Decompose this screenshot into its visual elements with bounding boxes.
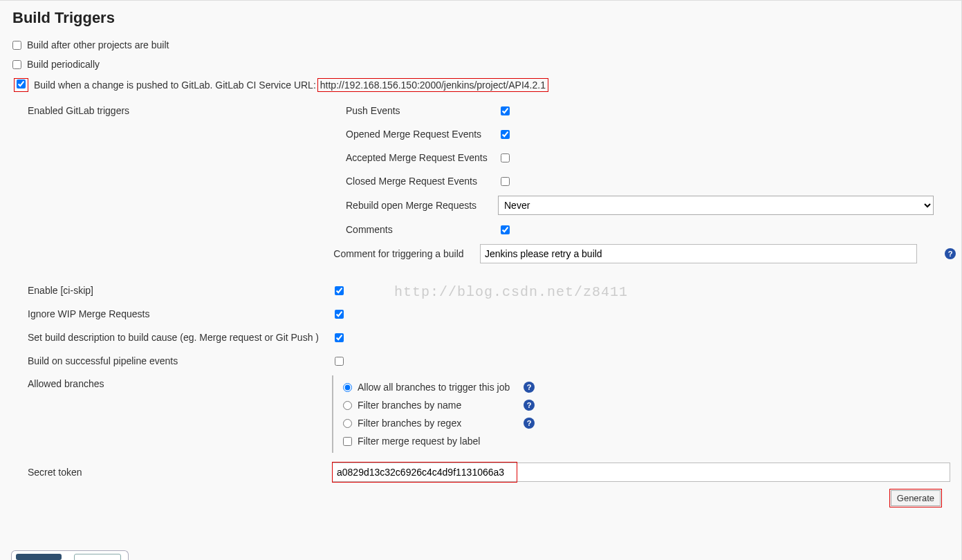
accepted-mr-row: Accepted Merge Request Events [28,146,956,169]
opened-mr-checkbox[interactable] [501,130,510,139]
trigger-build-after-others: Build after other projects are built [12,35,961,55]
ci-skip-label: Enable [ci-skip] [28,285,332,296]
secret-token-label: Secret token [28,467,332,478]
ci-skip-checkbox[interactable] [335,286,344,295]
comments-label: Comments [346,224,498,235]
rebuild-open-mr-select[interactable]: Never [498,196,934,215]
branch-by-name-radio[interactable] [343,401,352,410]
closed-mr-checkbox[interactable] [501,177,510,186]
closed-mr-row: Closed Merge Request Events [28,169,956,193]
jenkins-config-page: Build Triggers Build after other project… [0,0,962,560]
ci-skip-row: Enable [ci-skip] [28,279,956,302]
accepted-mr-checkbox[interactable] [501,153,510,162]
branch-by-label-checkbox[interactable] [343,437,352,446]
help-icon[interactable]: ? [524,418,535,429]
closed-mr-label: Closed Merge Request Events [346,176,498,187]
footer-buttons-hint [11,550,129,560]
set-desc-row: Set build description to build cause (eg… [28,326,956,349]
build-after-others-label: Build after other projects are built [27,39,169,50]
enabled-triggers-row: Enabled GitLab triggers Push Events [28,99,956,122]
branch-allow-all-radio[interactable] [343,383,352,392]
pipeline-events-row: Build on successful pipeline events [28,349,956,373]
branch-by-regex-row: Filter branches by regex ? [343,414,535,432]
help-icon[interactable]: ? [524,382,535,393]
branch-by-label-row: Filter merge request by label [343,432,535,450]
ignore-wip-row: Ignore WIP Merge Requests [28,302,956,326]
triggers-list: Build after other projects are built Bui… [0,35,961,514]
branch-by-name-label: Filter branches by name [358,400,517,411]
comment-trigger-input[interactable] [480,244,917,263]
rebuild-open-mr-label: Rebuild open Merge Requests [346,200,498,211]
branch-by-regex-label: Filter branches by regex [358,418,517,429]
opened-mr-label: Opened Merge Request Events [346,129,498,140]
push-events-label: Push Events [346,105,498,116]
gitlab-push-checkbox[interactable] [17,80,26,88]
set-desc-checkbox[interactable] [335,333,344,342]
branch-by-regex-radio[interactable] [343,419,352,428]
branch-allow-all-row: Allow all branches to trigger this job ? [343,378,535,396]
help-icon[interactable]: ? [524,400,535,411]
set-desc-label: Set build description to build cause (eg… [28,332,332,343]
comments-row: Comments [28,218,956,241]
secret-token-row: Secret token [28,463,950,482]
rebuild-open-mr-row: Rebuild open Merge Requests Never [28,193,956,218]
gitlab-push-checkbox-highlight [14,78,28,92]
comment-trigger-label: Comment for triggering a build [333,248,480,259]
allowed-branches-row: Allowed branches Allow all branches to t… [28,373,956,456]
comments-checkbox[interactable] [501,225,510,234]
branch-by-name-row: Filter branches by name ? [343,396,535,414]
pipeline-events-checkbox[interactable] [335,357,344,366]
gitlab-triggers-panel: Enabled GitLab triggers Push Events Open… [28,96,956,514]
enabled-triggers-label: Enabled GitLab triggers [28,105,346,116]
gitlab-ci-url: http://192.168.156.150:2000/jenkins/proj… [320,80,546,91]
gitlab-push-label: Build when a change is pushed to GitLab.… [34,80,316,91]
secret-token-input[interactable] [332,463,950,482]
trigger-build-periodically: Build periodically [12,55,961,74]
generate-row: Generate [28,485,956,512]
comment-trigger-row: Comment for triggering a build ? [28,241,956,266]
branch-by-label-label: Filter merge request by label [358,436,517,447]
build-after-others-checkbox[interactable] [12,41,21,50]
help-icon[interactable]: ? [945,248,956,259]
trigger-gitlab-push: Build when a change is pushed to GitLab.… [12,74,961,96]
accepted-mr-label: Accepted Merge Request Events [346,152,498,163]
section-title: Build Triggers [0,1,961,35]
branch-allow-all-label: Allow all branches to trigger this job [358,382,517,393]
generate-highlight: Generate [889,489,942,507]
opened-mr-row: Opened Merge Request Events [28,122,956,146]
gitlab-url-highlight: http://192.168.156.150:2000/jenkins/proj… [317,78,548,92]
allowed-branches-label: Allowed branches [28,375,332,389]
push-events-checkbox[interactable] [501,106,510,115]
build-periodically-checkbox[interactable] [12,60,21,69]
generate-button[interactable]: Generate [891,490,941,506]
pipeline-events-label: Build on successful pipeline events [28,355,332,366]
ignore-wip-checkbox[interactable] [335,310,344,319]
branches-panel: Allow all branches to trigger this job ?… [332,375,535,453]
ignore-wip-label: Ignore WIP Merge Requests [28,308,332,319]
build-periodically-label: Build periodically [27,59,100,70]
